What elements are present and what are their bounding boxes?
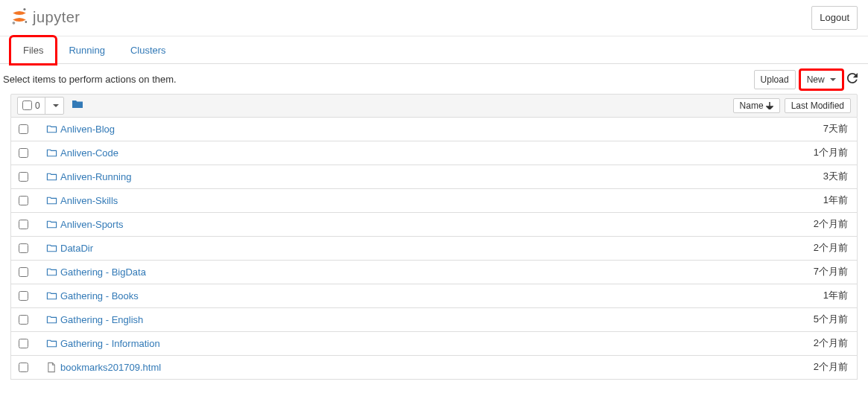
file-name-link[interactable]: Anliven-Sports	[60, 219, 124, 230]
new-button-label: New	[807, 74, 825, 85]
folder-icon	[46, 266, 57, 278]
file-modified-time: 1个月前	[814, 146, 851, 159]
file-row-checkbox[interactable]	[19, 148, 28, 158]
select-all-checkbox[interactable]	[22, 100, 32, 110]
sort-modified-button[interactable]: Last Modified	[785, 98, 851, 113]
new-button[interactable]: New	[800, 70, 843, 89]
file-list-header: 0 Name Last Modified	[10, 94, 858, 118]
folder-icon	[46, 290, 57, 301]
refresh-icon	[847, 73, 858, 83]
file-row: bookmarks201709.html2个月前	[10, 356, 858, 380]
file-modified-time: 5个月前	[814, 313, 851, 326]
file-name-link[interactable]: Anliven-Blog	[60, 124, 115, 135]
svg-point-1	[13, 22, 16, 25]
file-row: Gathering - Information2个月前	[10, 332, 858, 356]
file-modified-time: 2个月前	[814, 241, 851, 255]
folder-icon	[46, 338, 57, 349]
jupyter-logo[interactable]: jupyter	[10, 7, 80, 28]
file-row-checkbox[interactable]	[19, 243, 28, 253]
breadcrumb-root[interactable]	[72, 98, 83, 112]
jupyter-logo-text: jupyter	[33, 9, 80, 26]
file-modified-time: 3天前	[823, 170, 851, 183]
main-tabs: Files Running Clusters	[10, 36, 858, 64]
select-all-group[interactable]: 0	[17, 97, 64, 115]
tab-running[interactable]: Running	[56, 36, 117, 64]
file-row: Anliven-Sports2个月前	[10, 213, 858, 237]
tab-files[interactable]: Files	[10, 36, 56, 64]
file-name-link[interactable]: Gathering - Information	[60, 338, 160, 349]
caret-down-icon	[53, 104, 59, 107]
file-icon	[46, 362, 57, 373]
file-list: Anliven-Blog7天前Anliven-Code1个月前Anliven-R…	[10, 118, 858, 380]
file-row: Anliven-Blog7天前	[10, 118, 858, 141]
toolbar-hint: Select items to perform actions on them.	[3, 74, 177, 85]
file-modified-time: 1年前	[823, 194, 851, 207]
file-modified-time: 2个月前	[814, 336, 851, 350]
file-modified-time: 7个月前	[814, 265, 851, 278]
file-modified-time: 1年前	[823, 289, 851, 302]
file-modified-time: 2个月前	[814, 217, 851, 231]
tab-clusters[interactable]: Clusters	[118, 36, 179, 64]
refresh-button[interactable]	[847, 73, 858, 86]
arrow-down-icon	[766, 102, 773, 109]
folder-icon	[46, 243, 57, 254]
file-name-link[interactable]: Anliven-Code	[60, 147, 118, 159]
file-row-checkbox[interactable]	[19, 291, 28, 301]
file-row: Gathering - Books1年前	[10, 284, 858, 308]
file-name-link[interactable]: DataDir	[60, 243, 93, 254]
folder-icon	[46, 171, 57, 182]
file-row: Gathering - English5个月前	[10, 308, 858, 332]
upload-button[interactable]: Upload	[754, 70, 796, 89]
file-name-link[interactable]: Gathering - Books	[60, 290, 139, 301]
svg-point-0	[23, 8, 25, 10]
file-row: Gathering - BigData7个月前	[10, 261, 858, 284]
file-modified-time: 2个月前	[814, 360, 851, 374]
file-row-checkbox[interactable]	[19, 172, 28, 182]
file-row-checkbox[interactable]	[19, 339, 28, 348]
svg-point-2	[25, 22, 28, 24]
folder-icon	[46, 195, 57, 206]
folder-icon	[46, 124, 57, 135]
file-row-checkbox[interactable]	[19, 315, 28, 325]
logout-button[interactable]: Logout	[811, 6, 858, 30]
sort-name-button[interactable]: Name	[733, 98, 780, 113]
file-row-checkbox[interactable]	[19, 267, 28, 277]
file-row: Anliven-Code1个月前	[10, 141, 858, 165]
folder-icon	[46, 314, 57, 325]
selected-count: 0	[35, 100, 40, 111]
file-name-link[interactable]: Anliven-Skills	[60, 195, 118, 206]
file-row-checkbox[interactable]	[19, 220, 28, 229]
file-name-link[interactable]: bookmarks201709.html	[60, 362, 161, 373]
file-row-checkbox[interactable]	[19, 196, 28, 205]
file-row: Anliven-Skills1年前	[10, 189, 858, 213]
select-filter-dropdown[interactable]	[45, 98, 63, 114]
caret-down-icon	[830, 78, 836, 81]
file-row-checkbox[interactable]	[19, 124, 28, 134]
file-modified-time: 7天前	[823, 122, 851, 135]
file-name-link[interactable]: Gathering - English	[60, 314, 143, 325]
file-name-link[interactable]: Gathering - BigData	[60, 266, 146, 278]
folder-icon	[46, 219, 57, 230]
file-row-checkbox[interactable]	[19, 363, 28, 372]
file-row: Anliven-Running3天前	[10, 165, 858, 189]
file-name-link[interactable]: Anliven-Running	[60, 171, 131, 182]
jupyter-logo-icon	[10, 7, 28, 28]
folder-icon	[72, 98, 83, 110]
file-row: DataDir2个月前	[10, 237, 858, 261]
folder-icon	[46, 147, 57, 159]
